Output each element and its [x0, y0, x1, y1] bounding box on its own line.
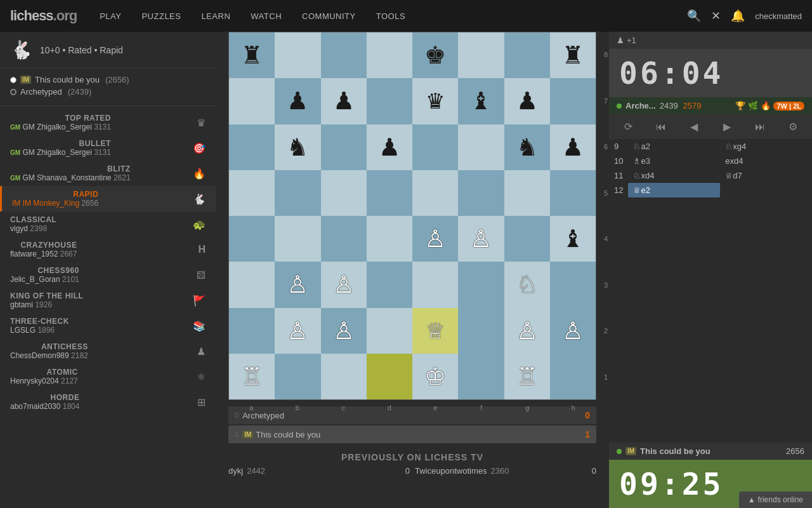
sq-h6[interactable]: ♟: [550, 124, 596, 170]
lb-crazyhouse[interactable]: CRAZYHOUSE flatware_1952 2667 H: [0, 237, 216, 262]
sq-f5[interactable]: [458, 170, 504, 216]
sq-c8[interactable]: [321, 32, 367, 78]
sq-d2[interactable]: [367, 308, 412, 354]
sq-e5[interactable]: [412, 170, 458, 216]
sq-c6[interactable]: [321, 124, 367, 170]
friends-online-bar[interactable]: ▲ friends online: [739, 491, 812, 508]
move-11-white[interactable]: ♘xd4: [628, 168, 720, 183]
sq-e2-highlight[interactable]: ♕: [412, 308, 458, 354]
next-move-btn[interactable]: ▶: [710, 117, 743, 137]
sq-d8[interactable]: [367, 32, 412, 78]
sq-g4[interactable]: [504, 216, 550, 262]
username-display[interactable]: checkmatted: [755, 11, 802, 21]
sq-a6[interactable]: [229, 124, 275, 170]
nav-play[interactable]: PLAY: [96, 9, 125, 23]
lb-classical[interactable]: CLASSICAL vigyd 2398 🐢: [0, 211, 216, 237]
prev-move-btn[interactable]: ◀: [678, 117, 710, 137]
sq-f8[interactable]: [458, 32, 504, 78]
sq-a5[interactable]: [229, 170, 275, 216]
sq-a3[interactable]: [229, 262, 275, 307]
sq-f7[interactable]: ♝: [458, 78, 504, 124]
sq-b1[interactable]: [275, 354, 320, 399]
last-move-btn[interactable]: ⏭: [743, 117, 776, 137]
sq-b5[interactable]: [275, 170, 320, 216]
sq-e8[interactable]: ♚: [412, 32, 458, 78]
sq-g1[interactable]: ♖: [504, 354, 550, 399]
sq-g5[interactable]: [504, 170, 550, 216]
nav-watch[interactable]: WATCH: [247, 9, 285, 23]
sq-b3[interactable]: ♙: [275, 262, 320, 307]
sq-f1[interactable]: [458, 354, 504, 399]
sq-h2[interactable]: ♙: [550, 308, 596, 354]
analysis-btn[interactable]: ⚙: [776, 117, 809, 137]
lb-koth[interactable]: KING OF THE HILL gbtami 1926 🚩: [0, 288, 216, 313]
lb-chess960[interactable]: CHESS960 Jelic_B_Goran 2101 ⚄: [0, 262, 216, 288]
nav-learn[interactable]: LEARN: [197, 9, 234, 23]
sq-e4[interactable]: ♙: [412, 216, 458, 262]
sq-h1[interactable]: [550, 354, 596, 399]
flip-board-btn[interactable]: ⟳: [612, 117, 645, 137]
sq-a2[interactable]: [229, 308, 275, 354]
sq-g8[interactable]: [504, 32, 550, 78]
lb-antichess[interactable]: ANTICHESS ChessDemon989 2182 ♟: [0, 338, 216, 364]
sq-g6[interactable]: ♞: [504, 124, 550, 170]
sq-e7[interactable]: ♛: [412, 78, 458, 124]
move-11-black[interactable]: ♕d7: [720, 168, 812, 183]
sq-b6[interactable]: ♞: [275, 124, 320, 170]
site-logo[interactable]: lichess.org: [10, 8, 77, 24]
sq-h8[interactable]: ♜: [550, 32, 596, 78]
sq-d3[interactable]: [367, 262, 412, 307]
sq-c5[interactable]: [321, 170, 367, 216]
sq-g3[interactable]: ♘: [504, 262, 550, 307]
sq-e6[interactable]: [412, 124, 458, 170]
sq-a7[interactable]: [229, 78, 275, 124]
sq-b4[interactable]: [275, 216, 320, 262]
sq-b7[interactable]: ♟: [275, 78, 320, 124]
nav-puzzles[interactable]: PUZZLES: [138, 9, 185, 23]
sq-d6[interactable]: ♟: [367, 124, 412, 170]
sq-f6[interactable]: [458, 124, 504, 170]
move-10-white[interactable]: ♗e3: [628, 154, 720, 168]
move-12-black[interactable]: [720, 183, 812, 197]
sq-f2[interactable]: [458, 308, 504, 354]
sq-d1-highlight[interactable]: [367, 354, 412, 399]
move-12-white[interactable]: ♕e2: [628, 183, 720, 197]
sq-c1[interactable]: [321, 354, 367, 399]
chessboard[interactable]: ♜ ♚ ♜ ♟ ♟ ♛ ♝ ♟ ♞: [228, 32, 596, 400]
sq-c2[interactable]: ♙: [321, 308, 367, 354]
sq-e1[interactable]: ♔: [412, 354, 458, 399]
sq-g2[interactable]: ♙: [504, 308, 550, 354]
lb-atomic[interactable]: ATOMIC Henrysky0204 2127 ⚛: [0, 364, 216, 389]
bottom-player-info[interactable]: IM This could be you 2656: [609, 443, 812, 460]
sq-e3[interactable]: [412, 262, 458, 307]
sq-c4[interactable]: [321, 216, 367, 262]
sq-h5[interactable]: [550, 170, 596, 216]
sq-h4[interactable]: ♝: [550, 216, 596, 262]
lb-bullet[interactable]: BULLET GM GM Zhigalko_Sergei 3131 🎯: [0, 135, 216, 161]
sq-c7[interactable]: ♟: [321, 78, 367, 124]
nav-tools[interactable]: TOOLS: [372, 9, 409, 23]
sq-a8[interactable]: ♜: [229, 32, 275, 78]
move-9-black[interactable]: ♘xg4: [720, 139, 812, 154]
lb-top-rated[interactable]: TOP RATED GM GM Zhigalko_Sergei 3131 ♛: [0, 110, 216, 135]
notifications-icon[interactable]: 🔔: [731, 9, 745, 23]
lb-rapid[interactable]: RAPID IM IM Monkey_King 2656 🐇: [0, 186, 216, 211]
close-icon[interactable]: ✕: [711, 9, 721, 23]
search-icon[interactable]: 🔍: [687, 9, 701, 23]
sq-d5[interactable]: [367, 170, 412, 216]
sq-h7[interactable]: [550, 78, 596, 124]
sq-b8[interactable]: [275, 32, 320, 78]
sq-d7[interactable]: [367, 78, 412, 124]
top-player-info[interactable]: Arche... 2439 2579 🏆 🌿 🔥 7W | 2L: [609, 97, 812, 114]
sq-g7[interactable]: ♟: [504, 78, 550, 124]
lb-blitz[interactable]: BLITZ GM GM Shanava_Konstantine 2621 🔥: [0, 161, 216, 186]
sq-a1[interactable]: ♖: [229, 354, 275, 399]
lb-horde[interactable]: HORDE abo7maid2030 1804 ⊞: [0, 389, 216, 415]
move-9-white[interactable]: ♘a2: [628, 139, 720, 154]
sq-d4[interactable]: [367, 216, 412, 262]
sq-h3[interactable]: [550, 262, 596, 307]
sq-f3[interactable]: [458, 262, 504, 307]
sq-b2[interactable]: ♙: [275, 308, 320, 354]
first-move-btn[interactable]: ⏮: [645, 117, 678, 137]
lb-threecheck[interactable]: THREE-CHECK LGSLG 1896 📚: [0, 313, 216, 338]
